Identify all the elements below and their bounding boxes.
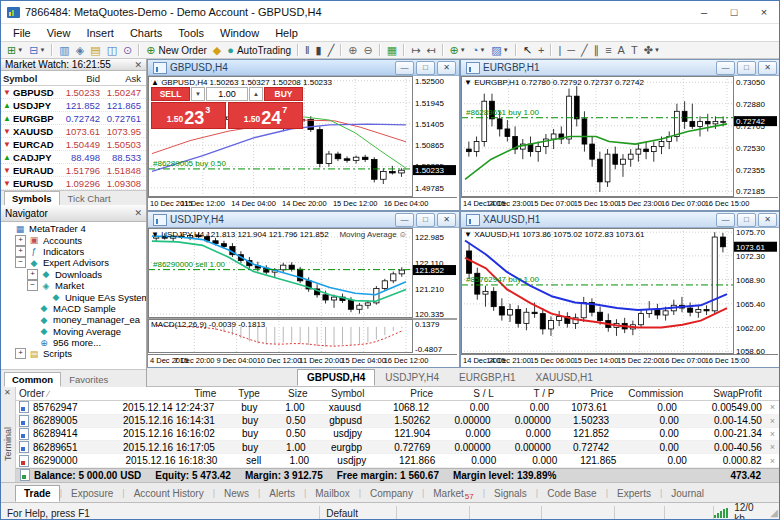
navigator-item-money-manager-ea[interactable]: ◆money_manager_ea — [1, 314, 146, 325]
chart-restore-button[interactable]: □ — [737, 61, 756, 75]
terminal-tab-mailbox[interactable]: Mailbox — [306, 485, 358, 502]
column-commission[interactable]: Commission — [613, 388, 683, 399]
navigator-tab-favorites[interactable]: Favorites — [61, 372, 116, 387]
menu-view[interactable]: View — [39, 27, 79, 39]
new-chart-button[interactable]: ⊞▼ — [5, 43, 25, 57]
text-button[interactable]: A — [616, 43, 627, 57]
terminal-tab-account-history[interactable]: Account History — [125, 485, 213, 502]
market-watch-button[interactable]: ▥ — [57, 43, 71, 57]
maximize-button[interactable]: □ — [719, 1, 749, 23]
new-order-button[interactable]: ⊕New Order — [144, 43, 209, 57]
menu-help[interactable]: Help — [267, 27, 306, 39]
terminal-tab-experts[interactable]: Experts — [608, 485, 660, 502]
zoom-out-button[interactable]: ⊖ — [362, 43, 375, 57]
navigator-item-moving-average[interactable]: ◆Moving Average — [1, 326, 146, 337]
terminal-button[interactable]: ◫ — [105, 43, 119, 57]
menu-insert[interactable]: Insert — [78, 27, 122, 39]
bar-chart-button[interactable]: ‖ — [303, 43, 312, 57]
menu-tools[interactable]: Tools — [170, 27, 212, 39]
profiles-button[interactable]: ⊟▼ — [27, 43, 47, 57]
chart-minimize-button[interactable]: — — [395, 61, 414, 75]
market-watch-tab-symbols[interactable]: Symbols — [4, 191, 60, 206]
volume-input[interactable]: 1.00 — [206, 87, 248, 101]
status-profile[interactable]: Default — [320, 506, 397, 520]
navigator-tab-common[interactable]: Common — [4, 372, 61, 387]
market-watch-row-usdjpy[interactable]: ▲USDJPY121.852121.865 — [1, 99, 146, 112]
terminal-tab-news[interactable]: News — [215, 485, 258, 502]
menu-charts[interactable]: Charts — [122, 27, 170, 39]
sell-button[interactable]: SELL — [151, 87, 190, 101]
terminal-tab-exposure[interactable]: Exposure — [62, 485, 122, 502]
market-watch-row-cadjpy[interactable]: ▲CADJPY88.49888.533 — [1, 151, 146, 164]
terminal-tab-company[interactable]: Company — [361, 485, 422, 502]
minimize-button[interactable]: – — [689, 1, 719, 23]
column-symbol[interactable]: Symbol — [308, 388, 373, 399]
market-watch-row-gbpusd[interactable]: ▼GBPUSD1.502331.50247 — [1, 86, 146, 99]
column-price[interactable]: Price — [372, 388, 433, 399]
navigator-item-metatrader-4[interactable]: ▦MetaTrader 4 — [1, 223, 146, 234]
trade-row-86289651[interactable]: 862896512015.12.16 16:17:05buy1.00eurgbp… — [16, 441, 779, 454]
trade-row-86289414[interactable]: 862894142015.12.16 16:16:02buy0.50usdjpy… — [16, 428, 779, 441]
chart-close-button[interactable]: ✕ — [437, 213, 456, 227]
tree-toggle[interactable]: + — [15, 246, 26, 257]
terminal-tab-signals[interactable]: Signals — [485, 485, 536, 502]
terminal-tab-market[interactable]: Market57 — [424, 485, 482, 502]
tree-toggle[interactable]: − — [27, 280, 38, 291]
close-button[interactable]: × — [749, 1, 779, 23]
market-watch-row-eurusd[interactable]: ▼EURUSD1.092961.09308 — [1, 177, 146, 190]
buy-button[interactable]: BUY — [264, 87, 303, 101]
navigator-item-indicators[interactable]: +ƒIndicators — [1, 246, 146, 257]
close-order-icon[interactable]: × — [766, 416, 779, 426]
navigator-close-icon[interactable]: ✕ — [134, 208, 142, 218]
close-order-icon[interactable]: × — [766, 429, 779, 439]
chart-close-button[interactable]: ✕ — [758, 213, 777, 227]
arrows-button[interactable]: ✤▼ — [642, 43, 662, 57]
column-profit[interactable]: Profit — [738, 388, 765, 399]
chart-minimize-button[interactable]: — — [716, 213, 735, 227]
menu-window[interactable]: Window — [212, 27, 267, 39]
indicators-button[interactable]: ⊕▼ — [448, 43, 468, 57]
chart-window-titlebar[interactable]: GBPUSD,H4—□✕ — [148, 60, 459, 76]
metaeditor-button[interactable]: ◆ — [211, 43, 223, 57]
navigator-item-unique-eas-system-05[interactable]: ◆Unique EAs System 05 — [1, 291, 146, 302]
navigator-item-accounts[interactable]: +▣Accounts — [1, 234, 146, 245]
terminal-tab-journal[interactable]: Journal — [662, 485, 713, 502]
chart-tab-usdjpy-h4[interactable]: USDJPY,H4 — [375, 369, 449, 386]
close-order-icon[interactable]: × — [766, 442, 779, 452]
navigator-button[interactable]: ▤ — [88, 43, 102, 57]
trendline-button[interactable]: ╱ — [579, 43, 590, 57]
chart-canvas[interactable]: #86289005 buy 0.50▲ GBPUSD,H4 1.50263 1.… — [148, 76, 459, 210]
navigator-item-market[interactable]: −◈Market — [1, 280, 146, 291]
candlestick-chart-button[interactable]: ▮ — [314, 43, 324, 57]
tree-toggle[interactable]: − — [15, 257, 26, 268]
chart-window-titlebar[interactable]: USDJPY,H4—□✕ — [148, 212, 459, 228]
chart-close-button[interactable]: ✕ — [758, 61, 777, 75]
terminal-tab-alerts[interactable]: Alerts — [260, 485, 304, 502]
market-watch-tab-tick-chart[interactable]: Tick Chart — [60, 191, 119, 206]
menu-file[interactable]: File — [5, 27, 39, 39]
cursor-button[interactable]: ↖ — [521, 43, 534, 57]
chart-restore-button[interactable]: □ — [737, 213, 756, 227]
close-order-icon[interactable]: × — [766, 456, 779, 466]
chart-tab-xauusd-h1[interactable]: XAUUSD,H1 — [526, 369, 603, 386]
chart-restore-button[interactable]: □ — [416, 213, 435, 227]
tree-toggle[interactable]: + — [15, 235, 26, 246]
column-bid[interactable]: Bid — [59, 73, 100, 84]
trade-row-86289005[interactable]: 862890052015.12.16 16:14:31buy0.50gbpusd… — [16, 415, 779, 428]
chart-window-titlebar[interactable]: EURGBP,H1—□✕ — [461, 60, 780, 76]
market-watch-row-eurcad[interactable]: ▼EURCAD1.504491.50503 — [1, 138, 146, 151]
periods-button[interactable]: ◔▼ — [470, 43, 488, 57]
templates-button[interactable]: ▨▼ — [489, 43, 510, 57]
trade-row-85762947[interactable]: 857629472015.12.14 12:24:37buy1.00xauusd… — [16, 401, 779, 414]
column-sl[interactable]: S / L — [433, 388, 494, 399]
chart-close-button[interactable]: ✕ — [437, 61, 456, 75]
volume-stepper-icon[interactable]: ▲ — [249, 87, 263, 101]
sell-price-button[interactable]: 1.50233 — [151, 102, 226, 129]
chart-minimize-button[interactable]: — — [716, 61, 735, 75]
terminal-tab-code-base[interactable]: Code Base — [538, 485, 605, 502]
column-order[interactable]: Order∕ — [16, 388, 106, 399]
auto-scroll-button[interactable]: ↦ — [409, 43, 422, 57]
chart-canvas[interactable]: #85762947 buy 1.00▼ XAUUSD,H1 1073.86 10… — [461, 228, 780, 367]
chart-minimize-button[interactable]: — — [395, 213, 414, 227]
channel-button[interactable]: ∥ — [592, 43, 602, 57]
